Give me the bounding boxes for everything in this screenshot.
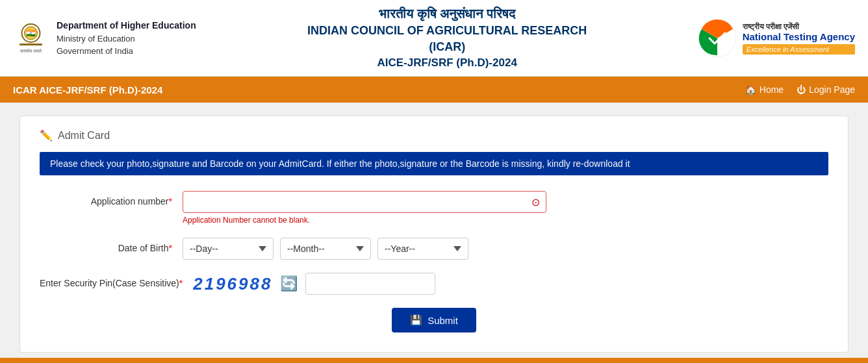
ministry-name: Ministry of Education xyxy=(57,32,196,45)
alert-banner: Please check your photo,signature and Ba… xyxy=(40,152,828,175)
department-name: Department of Higher Education xyxy=(57,19,196,32)
security-pin-label: Enter Security Pin(Case Sensitive)* xyxy=(40,273,193,288)
navigation-bar: ICAR AICE-JRF/SRF (Ph.D)-2024 🏠 Home ⏻ L… xyxy=(0,77,868,103)
header-right-section: राष्ट्रीय परीक्षा एजेंसी National Testin… xyxy=(698,19,855,57)
app-number-label: Application number* xyxy=(40,191,183,207)
dob-label: Date of Birth* xyxy=(40,238,183,253)
page-header: 🇮🇳 सत्यमेव जयते Department of Higher Edu… xyxy=(0,0,868,77)
exam-title: AICE-JRF/SRF (Ph.D)-2024 xyxy=(196,56,698,69)
app-number-error: Application Number cannot be blank. xyxy=(183,216,546,225)
icar-eng-title-line1: INDIAN COUNCIL OF AGRICULTURAL RESEARCH xyxy=(196,23,698,39)
svg-text:सत्यमेव जयते: सत्यमेव जयते xyxy=(19,48,42,53)
app-number-group: Application number* ⊙ Application Number… xyxy=(40,191,828,225)
card-header-title: Admit Card xyxy=(58,130,110,142)
dob-day-select[interactable]: --Day-- xyxy=(183,238,274,260)
login-icon: ⏻ xyxy=(797,84,806,95)
header-center-section: भारतीय कृषि अनुसंधान परिषद INDIAN COUNCI… xyxy=(196,6,698,69)
submit-button[interactable]: 💾 Submit xyxy=(392,308,476,332)
login-link[interactable]: ⏻ Login Page xyxy=(797,84,855,95)
nta-eng-text: National Testing Agency xyxy=(743,31,855,43)
input-error-icon: ⊙ xyxy=(531,196,540,208)
bottom-bar xyxy=(0,358,868,363)
submit-label: Submit xyxy=(428,315,458,326)
captcha-display: 2196988 xyxy=(193,274,272,294)
svg-text:🇮🇳: 🇮🇳 xyxy=(26,28,36,38)
header-left-section: 🇮🇳 सत्यमेव जयते Department of Higher Edu… xyxy=(13,19,196,58)
svg-rect-3 xyxy=(19,44,42,45)
nta-hindi-text: राष्ट्रीय परीक्षा एजेंसी xyxy=(743,22,855,31)
nta-text: राष्ट्रीय परीक्षा एजेंसी National Testin… xyxy=(743,22,855,55)
submit-row: 💾 Submit xyxy=(40,308,828,332)
navbar-links: 🏠 Home ⏻ Login Page xyxy=(745,84,855,95)
submit-icon: 💾 xyxy=(410,314,422,326)
main-content: ✏️ Admit Card Please check your photo,si… xyxy=(0,103,868,363)
home-icon: 🏠 xyxy=(745,84,756,95)
card-header: ✏️ Admit Card xyxy=(40,129,828,142)
home-label: Home xyxy=(760,84,784,95)
dob-selects: --Day-- --Month-- --Year-- xyxy=(183,238,468,260)
dob-month-select[interactable]: --Month-- xyxy=(280,238,371,260)
govt-name: Government of India xyxy=(57,45,196,58)
navbar-title: ICAR AICE-JRF/SRF (Ph.D)-2024 xyxy=(13,84,162,95)
security-row: 2196988 🔄 xyxy=(193,273,435,295)
nta-logo-icon xyxy=(698,19,736,57)
security-pin-input[interactable] xyxy=(305,273,435,295)
edit-icon: ✏️ xyxy=(40,129,53,142)
india-emblem-icon: 🇮🇳 सत्यमेव जयते xyxy=(13,20,49,56)
dob-required: * xyxy=(169,243,172,253)
nta-tagline: Excellence in Assessment xyxy=(743,44,855,55)
home-link[interactable]: 🏠 Home xyxy=(745,84,784,95)
app-number-input-container: ⊙ xyxy=(183,191,546,213)
refresh-captcha-icon[interactable]: 🔄 xyxy=(280,275,298,292)
icar-eng-title-line2: (ICAR) xyxy=(196,39,698,55)
dob-group: Date of Birth* --Day-- --Month-- --Year-… xyxy=(40,238,828,260)
admit-card-section: ✏️ Admit Card Please check your photo,si… xyxy=(19,116,849,353)
login-label: Login Page xyxy=(809,84,855,95)
security-pin-group: Enter Security Pin(Case Sensitive)* 2196… xyxy=(40,273,828,295)
application-number-input[interactable] xyxy=(183,191,546,213)
app-number-input-wrap: ⊙ Application Number cannot be blank. xyxy=(183,191,546,225)
header-org-info: Department of Higher Education Ministry … xyxy=(57,19,196,58)
dob-year-select[interactable]: --Year-- xyxy=(377,238,468,260)
icar-hindi-title: भारतीय कृषि अनुसंधान परिषद xyxy=(196,6,698,21)
security-required: * xyxy=(179,278,183,288)
app-number-required: * xyxy=(169,196,172,207)
